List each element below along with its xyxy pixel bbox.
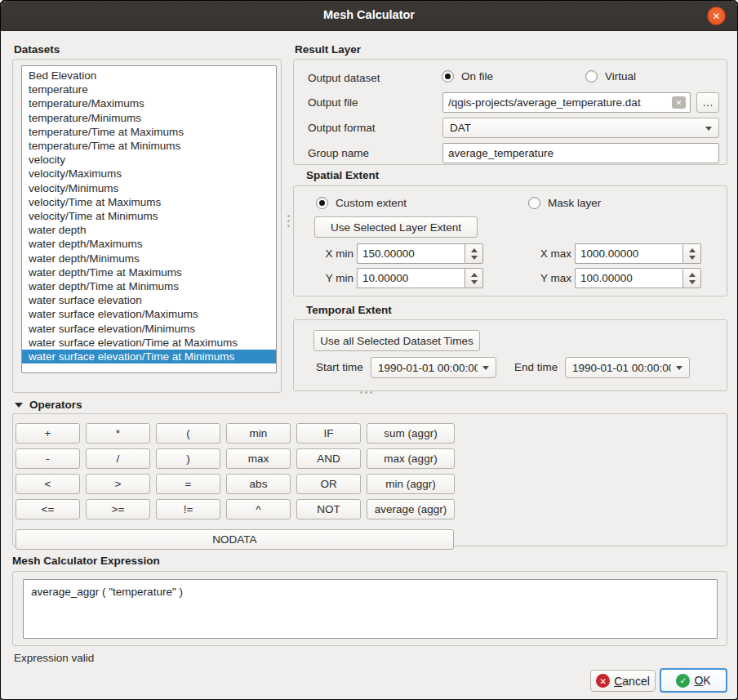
- output-format-select[interactable]: DAT: [442, 118, 719, 138]
- operator-button[interactable]: min (aggr): [367, 474, 455, 494]
- dataset-item[interactable]: temperature/Time at Minimums: [22, 139, 276, 153]
- close-button[interactable]: ✕: [707, 7, 726, 25]
- radio-on-file[interactable]: On file: [442, 70, 493, 82]
- radio-virtual[interactable]: Virtual: [585, 70, 636, 82]
- spin-down-icon: [471, 256, 478, 260]
- clear-icon[interactable]: ✕: [672, 96, 686, 109]
- operator-button[interactable]: min: [226, 423, 291, 444]
- operator-button[interactable]: +: [16, 423, 80, 444]
- spin-up-icon: [689, 273, 696, 277]
- operator-button[interactable]: =: [156, 474, 220, 494]
- dataset-item[interactable]: water surface elevation/Time at Minimums: [22, 350, 276, 363]
- nodata-button[interactable]: NODATA: [16, 529, 454, 550]
- operator-button[interactable]: >: [86, 474, 150, 494]
- dataset-item[interactable]: velocity/Minimums: [22, 181, 276, 195]
- temporal-extent-group-title: Temporal Extent: [306, 304, 392, 316]
- y-max-spin-buttons[interactable]: [682, 268, 701, 288]
- output-file-input[interactable]: [442, 92, 691, 113]
- datasets-group-title: Datasets: [14, 43, 60, 56]
- x-max-spin-buttons[interactable]: [682, 243, 701, 264]
- y-max-input[interactable]: [575, 268, 682, 288]
- operator-button[interactable]: abs: [226, 474, 291, 494]
- radio-virtual-label: Virtual: [605, 70, 636, 82]
- dataset-item[interactable]: velocity/Time at Maximums: [22, 195, 276, 209]
- dataset-item[interactable]: velocity/Time at Minimums: [22, 209, 276, 223]
- ok-button[interactable]: ✓ OK: [660, 668, 727, 693]
- dataset-item[interactable]: velocity/Maximums: [22, 167, 276, 181]
- use-selected-layer-extent-button[interactable]: Use Selected Layer Extent: [314, 216, 478, 238]
- end-time-select[interactable]: 1990-01-01 00:00:00: [565, 357, 690, 378]
- dataset-item[interactable]: velocity: [22, 153, 276, 167]
- dataset-item[interactable]: water depth/Time at Maximums: [22, 265, 276, 279]
- y-max-spinbox: [575, 268, 701, 288]
- operator-button[interactable]: IF: [296, 423, 361, 444]
- temporal-extent-group-frame: Use all Selected Dataset Times Start tim…: [293, 319, 727, 391]
- group-name-input[interactable]: [442, 143, 719, 163]
- horizontal-splitter-handle[interactable]: [360, 391, 362, 394]
- operator-button[interactable]: max (aggr): [367, 448, 455, 469]
- expression-textarea[interactable]: average_aggr ( "temperature" ): [23, 579, 718, 639]
- radio-custom-extent[interactable]: Custom extent: [316, 197, 407, 209]
- operator-button[interactable]: *: [86, 423, 150, 444]
- collapse-triangle-icon[interactable]: [15, 403, 23, 408]
- y-min-input[interactable]: [357, 268, 465, 288]
- dataset-item[interactable]: water depth: [22, 223, 276, 237]
- dataset-item[interactable]: water depth/Time at Minimums: [22, 279, 276, 293]
- operator-button[interactable]: >=: [86, 499, 150, 519]
- chevron-down-icon: [676, 366, 682, 370]
- operator-button[interactable]: average (aggr): [367, 499, 455, 519]
- dataset-item[interactable]: Bed Elevation: [22, 69, 276, 82]
- use-all-dataset-times-button[interactable]: Use all Selected Dataset Times: [313, 330, 480, 351]
- operator-button[interactable]: <: [16, 474, 80, 494]
- y-max-label: Y max: [534, 272, 571, 284]
- dataset-item[interactable]: water depth/Maximums: [22, 237, 276, 251]
- radio-mask-layer[interactable]: Mask layer: [528, 197, 601, 209]
- result-layer-group-title: Result Layer: [295, 43, 361, 56]
- operator-button[interactable]: max: [226, 448, 291, 469]
- browse-button-label: …: [702, 96, 714, 109]
- expression-group-title: Mesh Calculator Expression: [12, 555, 160, 567]
- y-min-spin-buttons[interactable]: [465, 268, 483, 288]
- y-min-spinbox: [357, 268, 483, 288]
- operator-button[interactable]: /: [86, 448, 150, 469]
- ok-icon-glyph: ✓: [679, 675, 687, 685]
- spin-down-icon: [689, 280, 696, 284]
- radio-custom-extent-control: [316, 197, 328, 209]
- output-format-label: Output format: [308, 122, 376, 134]
- operator-button[interactable]: AND: [296, 448, 361, 469]
- dataset-item[interactable]: temperature/Minimums: [22, 111, 276, 125]
- dataset-item[interactable]: temperature/Time at Maximums: [22, 125, 276, 139]
- operators-grid: +*(minIFsum (aggr)-/)maxANDmax (aggr)<>=…: [16, 423, 455, 519]
- x-min-input[interactable]: [357, 243, 465, 264]
- dataset-item[interactable]: water surface elevation/Maximums: [22, 307, 276, 321]
- dataset-list: Bed Elevationtemperaturetemperature/Maxi…: [21, 65, 277, 373]
- dataset-item[interactable]: water surface elevation/Minimums: [22, 322, 276, 336]
- spin-down-icon: [471, 280, 478, 284]
- spin-up-icon: [471, 273, 478, 277]
- operator-button[interactable]: ^: [226, 499, 291, 519]
- dataset-item[interactable]: temperature/Maximums: [22, 96, 276, 110]
- dataset-item[interactable]: temperature: [22, 82, 276, 96]
- operator-button[interactable]: <=: [16, 499, 80, 519]
- x-max-input[interactable]: [575, 243, 682, 264]
- operator-button[interactable]: NOT: [296, 499, 361, 519]
- nodata-button-label: NODATA: [212, 533, 256, 546]
- operator-button[interactable]: !=: [156, 499, 220, 519]
- result-layer-group-frame: Output dataset On file Virtual Output fi…: [293, 59, 727, 165]
- operator-button[interactable]: -: [16, 448, 80, 469]
- browse-button[interactable]: …: [696, 92, 719, 113]
- x-min-spinbox: [357, 243, 483, 264]
- cancel-button[interactable]: ✕ Cancel: [590, 670, 656, 692]
- dataset-item[interactable]: water surface elevation/Time at Maximums: [22, 336, 276, 350]
- operator-button[interactable]: sum (aggr): [367, 423, 455, 444]
- start-time-select[interactable]: 1990-01-01 00:00:00: [371, 357, 496, 378]
- end-time-value: 1990-01-01 00:00:00: [572, 362, 671, 374]
- cancel-icon-glyph: ✕: [599, 676, 607, 686]
- dataset-item[interactable]: water surface elevation: [22, 293, 276, 307]
- x-min-spin-buttons[interactable]: [465, 243, 483, 264]
- operator-button[interactable]: (: [156, 423, 220, 444]
- vertical-splitter-handle[interactable]: [287, 215, 290, 217]
- operator-button[interactable]: ): [156, 448, 220, 469]
- operator-button[interactable]: OR: [296, 474, 361, 494]
- dataset-item[interactable]: water depth/Minimums: [22, 252, 276, 265]
